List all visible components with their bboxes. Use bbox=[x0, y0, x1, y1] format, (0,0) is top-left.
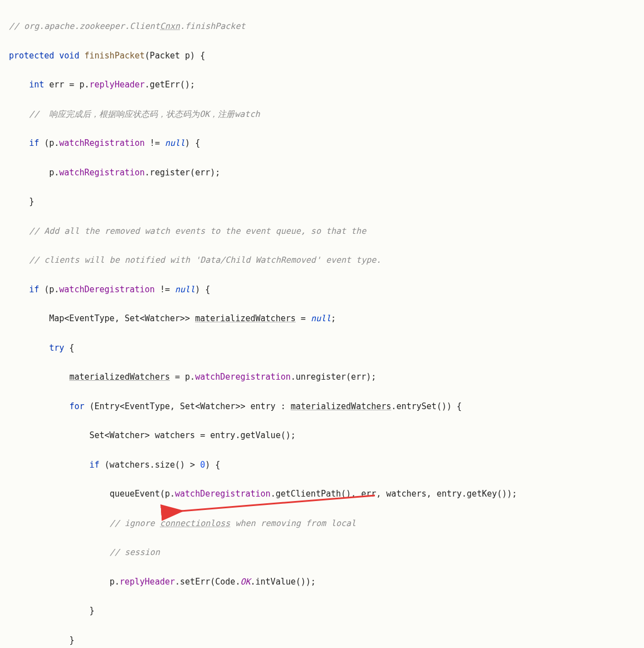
code-line: Set<Watcher> watchers = entry.getValue()… bbox=[9, 428, 635, 443]
field: replyHeader bbox=[120, 577, 175, 587]
code-text: .intValue()); bbox=[251, 577, 316, 587]
comment-text: // 响应完成后，根据响应状态码，状态码为OK，注册watch bbox=[29, 109, 260, 119]
code-text: } bbox=[29, 197, 34, 207]
code-line: p.replyHeader.setErr(Code.OK.intValue())… bbox=[9, 575, 635, 589]
comment-text: Cnxn bbox=[160, 21, 180, 31]
code-text: p. bbox=[110, 577, 120, 587]
code-text: queueEvent(p. bbox=[110, 489, 175, 499]
comment-text: // clients will be notified with 'Data/C… bbox=[29, 255, 381, 265]
code-line: protected void finishPacket(Packet p) { bbox=[9, 48, 635, 63]
code-line: // ignore connectionloss when removing f… bbox=[9, 516, 635, 531]
code-text: (Entry<EventType, Set<Watcher>> entry : bbox=[84, 401, 290, 411]
field: watchRegistration bbox=[59, 168, 145, 178]
code-line: try { bbox=[9, 341, 635, 355]
field: watchDeregistration bbox=[195, 372, 291, 382]
comment-text: when removing from local bbox=[230, 518, 356, 528]
keyword-null: null bbox=[165, 138, 185, 148]
code-line: // 响应完成后，根据响应状态码，状态码为OK，注册watch bbox=[9, 107, 635, 121]
code-line: materializedWatchers = p.watchDeregistra… bbox=[9, 370, 635, 384]
code-line: } bbox=[9, 633, 635, 647]
code-text: != bbox=[145, 138, 165, 148]
comment-text: // session bbox=[110, 547, 160, 557]
code-text: } bbox=[69, 635, 74, 645]
code-text: .entrySet()) { bbox=[391, 401, 461, 411]
comment-text: // Add all the removed watch events to t… bbox=[29, 226, 366, 236]
code-text: Map<EventType, Set<Watcher>> bbox=[49, 313, 195, 323]
comment-text: // org.apache.zookeeper.Client bbox=[9, 21, 160, 31]
code-line: if (p.watchRegistration != null) { bbox=[9, 136, 635, 150]
keyword: if bbox=[90, 460, 100, 470]
code-line: } bbox=[9, 194, 635, 209]
code-line: } bbox=[9, 603, 635, 618]
code-text: .unregister(err); bbox=[291, 372, 377, 382]
keyword: if bbox=[29, 138, 39, 148]
code-text: != bbox=[155, 284, 175, 294]
field: watchDeregistration bbox=[59, 284, 155, 294]
code-line: int err = p.replyHeader.getErr(); bbox=[9, 77, 635, 92]
code-text: ) { bbox=[195, 284, 210, 294]
code-line: // clients will be notified with 'Data/C… bbox=[9, 253, 635, 267]
method-name: finishPacket bbox=[84, 51, 144, 61]
code-text: .register(err); bbox=[145, 168, 220, 178]
code-text: (p. bbox=[39, 284, 59, 294]
keyword-null: null bbox=[175, 284, 195, 294]
code-text: = p. bbox=[170, 372, 195, 382]
comment-text: .finishPacket bbox=[180, 21, 245, 31]
code-line: Map<EventType, Set<Watcher>> materialize… bbox=[9, 311, 635, 326]
keyword: try bbox=[49, 343, 64, 353]
keyword: for bbox=[69, 401, 84, 411]
code-text: ) { bbox=[205, 460, 220, 470]
code-text: ) { bbox=[185, 138, 200, 148]
code-text: } bbox=[90, 606, 95, 616]
code-text: { bbox=[64, 343, 74, 353]
keyword-null: null bbox=[311, 313, 331, 323]
code-text: .setErr(Code. bbox=[175, 577, 240, 587]
code-line: p.watchRegistration.register(err); bbox=[9, 165, 635, 180]
variable: materializedWatchers bbox=[69, 372, 170, 382]
field: watchRegistration bbox=[59, 138, 145, 148]
code-text: Set<Watcher> watchers = entry.getValue()… bbox=[90, 430, 296, 440]
variable: materializedWatchers bbox=[195, 313, 296, 323]
code-text: .getErr(); bbox=[145, 80, 195, 90]
code-text: .getClientPath(), err, watchers, entry.g… bbox=[271, 489, 518, 499]
keyword: if bbox=[29, 284, 39, 294]
comment-text: connectionloss bbox=[160, 518, 230, 528]
code-line: for (Entry<EventType, Set<Watcher>> entr… bbox=[9, 399, 635, 414]
code-line: if (p.watchDeregistration != null) { bbox=[9, 282, 635, 297]
field: watchDeregistration bbox=[175, 489, 271, 499]
code-block: // org.apache.zookeeper.ClientCnxn.finis… bbox=[0, 0, 644, 648]
comment-text: // ignore bbox=[110, 518, 160, 528]
code-text: (p. bbox=[39, 138, 59, 148]
code-line: queueEvent(p.watchDeregistration.getClie… bbox=[9, 487, 635, 501]
constant: OK bbox=[240, 577, 250, 587]
code-line: // org.apache.zookeeper.ClientCnxn.finis… bbox=[9, 19, 635, 33]
number: 0 bbox=[200, 460, 205, 470]
code-text: = bbox=[296, 313, 311, 323]
keyword: protected void bbox=[9, 51, 84, 61]
field: replyHeader bbox=[90, 80, 145, 90]
code-text: ; bbox=[331, 313, 336, 323]
variable: materializedWatchers bbox=[291, 401, 392, 411]
code-text: p. bbox=[49, 168, 59, 178]
code-line: // session bbox=[9, 545, 635, 559]
code-line: if (watchers.size() > 0) { bbox=[9, 458, 635, 472]
code-line: // Add all the removed watch events to t… bbox=[9, 224, 635, 238]
code-text: (watchers.size() > bbox=[100, 460, 201, 470]
code-text: (Packet p) { bbox=[145, 51, 205, 61]
